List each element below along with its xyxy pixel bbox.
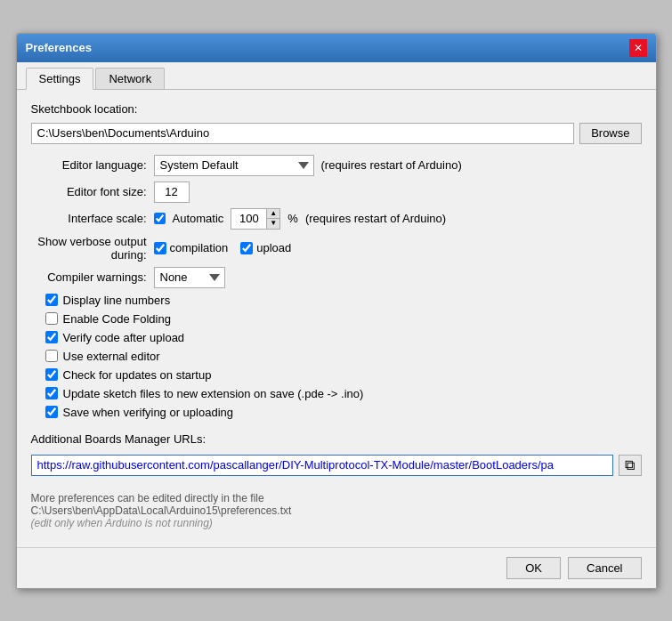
title-bar: Preferences ✕ (17, 34, 656, 62)
interface-scale-auto-checkbox[interactable] (154, 213, 166, 224)
interface-scale-label: Interface scale: (31, 212, 147, 225)
verbose-compilation-label: compilation (170, 241, 229, 254)
editor-font-size-input[interactable] (154, 181, 190, 203)
interface-scale-note: (requires restart of Arduino) (305, 212, 446, 225)
checkbox-save-verifying: Save when verifying or uploading (45, 406, 642, 419)
spinner-buttons: ▲ ▼ (266, 208, 280, 230)
scale-value-input[interactable] (231, 208, 266, 230)
update-sketch-checkbox[interactable] (45, 387, 58, 399)
interface-scale-row: Interface scale: Automatic ▲ ▼ % (requir… (31, 208, 642, 230)
browse-button[interactable]: Browse (579, 123, 641, 144)
verbose-compilation-checkbox[interactable] (154, 242, 166, 254)
checkbox-external-editor: Use external editor (45, 350, 642, 363)
display-line-numbers-label: Display line numbers (63, 294, 171, 307)
spinner-down-button[interactable]: ▼ (267, 219, 279, 229)
dialog-footer: OK Cancel (17, 547, 656, 588)
editor-language-select[interactable]: System Default (154, 155, 314, 176)
check-updates-label: Check for updates on startup (63, 368, 212, 382)
scale-percent-label: % (287, 212, 298, 225)
verbose-row: Show verbose output during: compilation … (31, 235, 642, 262)
ok-button[interactable]: OK (506, 557, 561, 579)
enable-code-folding-checkbox[interactable] (45, 312, 58, 325)
verbose-upload-item: upload (240, 241, 291, 254)
enable-code-folding-label: Enable Code Folding (63, 312, 171, 326)
check-updates-checkbox[interactable] (45, 368, 58, 381)
compiler-warnings-label: Compiler warnings: (31, 270, 147, 284)
info-line2: (edit only when Arduino is not running) (31, 517, 642, 529)
cancel-button[interactable]: Cancel (568, 557, 641, 579)
sketchbook-label: Sketchbook location: (31, 102, 642, 116)
checkbox-update-sketch: Update sketch files to new extension on … (45, 387, 642, 400)
display-line-numbers-checkbox[interactable] (45, 294, 58, 306)
editor-font-size-label: Editor font size: (31, 185, 147, 198)
tabs-container: Settings Network (17, 62, 656, 90)
boards-manager-edit-button[interactable]: ⧉ (619, 455, 642, 476)
external-editor-checkbox[interactable] (45, 350, 58, 362)
verify-code-label: Verify code after upload (63, 331, 185, 344)
verbose-checks: compilation upload (154, 241, 292, 254)
update-sketch-label: Update sketch files to new extension on … (63, 387, 364, 400)
boards-manager-label: Additional Boards Manager URLs: (31, 432, 206, 446)
boards-manager-row: Additional Boards Manager URLs: (31, 430, 642, 449)
verbose-compilation-item: compilation (154, 241, 229, 254)
verbose-upload-checkbox[interactable] (240, 242, 253, 254)
save-verifying-checkbox[interactable] (45, 406, 58, 418)
compiler-warnings-select[interactable]: None Default More All (154, 267, 225, 288)
location-row: Browse (31, 123, 642, 144)
sketchbook-path-input[interactable] (31, 123, 575, 144)
tab-network[interactable]: Network (95, 68, 165, 89)
scale-spinner: ▲ ▼ (231, 208, 280, 230)
info-section: More preferences can be edited directly … (31, 487, 642, 529)
external-editor-label: Use external editor (63, 350, 160, 363)
compiler-warnings-row: Compiler warnings: None Default More All (31, 267, 642, 288)
checkbox-verify-code: Verify code after upload (45, 331, 642, 344)
info-file-path: C:\Users\ben\AppData\Local\Arduino15\pre… (31, 504, 642, 517)
editor-font-size-row: Editor font size: (31, 181, 642, 203)
verbose-upload-label: upload (256, 241, 291, 254)
boards-manager-url-row: ⧉ (31, 455, 642, 476)
save-verifying-label: Save when verifying or uploading (63, 406, 234, 419)
editor-language-label: Editor language: (31, 158, 147, 172)
tab-settings[interactable]: Settings (26, 68, 94, 90)
dialog-title: Preferences (26, 41, 92, 54)
interface-scale-auto-label: Automatic (173, 212, 224, 225)
editor-language-note: (requires restart of Arduino) (321, 158, 462, 172)
spinner-up-button[interactable]: ▲ (267, 209, 279, 219)
verify-code-checkbox[interactable] (45, 331, 58, 343)
checkbox-enable-code-folding: Enable Code Folding (45, 312, 642, 326)
checkbox-check-updates: Check for updates on startup (45, 368, 642, 382)
editor-language-row: Editor language: System Default (require… (31, 155, 642, 176)
verbose-label: Show verbose output during: (31, 235, 147, 262)
close-button[interactable]: ✕ (629, 39, 647, 57)
preferences-dialog: Preferences ✕ Settings Network Sketchboo… (16, 33, 657, 589)
settings-content: Sketchbook location: Browse Editor langu… (17, 90, 656, 547)
boards-manager-url-input[interactable] (31, 455, 613, 476)
checkbox-display-line-numbers: Display line numbers (45, 294, 642, 307)
info-line1: More preferences can be edited directly … (31, 492, 642, 504)
